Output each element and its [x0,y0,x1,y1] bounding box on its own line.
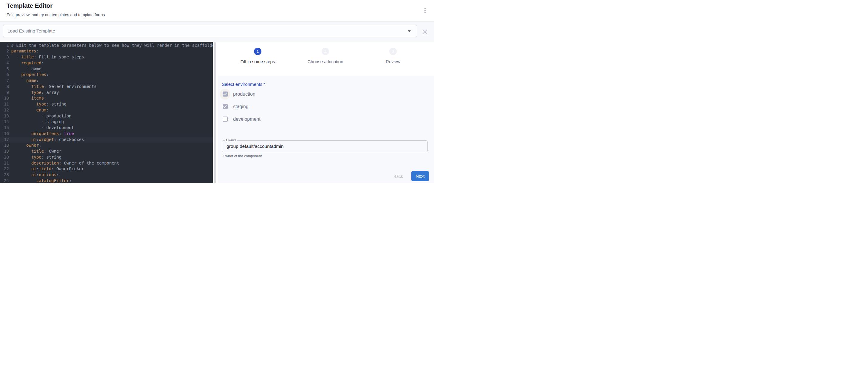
checkbox-label[interactable]: production [233,92,255,97]
checkbox-ripple [220,89,230,99]
line-number: 24 [0,178,9,183]
code-line-text: owner: [9,143,41,148]
close-icon[interactable] [420,26,430,37]
checkbox-ripple [220,114,230,125]
stepper-step: 1Fill in some steps [224,48,291,64]
checkbox-checked-icon[interactable] [223,104,228,109]
code-line-text: parameters: [9,48,39,54]
checkbox-option-development[interactable]: development [220,114,260,125]
code-line[interactable]: 14 - staging [0,119,213,125]
line-number: 4 [0,60,9,66]
code-line-text: properties: [9,72,49,78]
checkbox-ripple [220,101,230,112]
required-asterisk: * [262,82,265,87]
load-existing-template-input[interactable] [3,25,417,37]
template-editor-page: Template Editor Edit, preview, and try o… [0,0,434,183]
line-number: 15 [0,125,9,131]
code-line-text: uniqueItems: true [9,131,74,137]
code-line[interactable]: 9 type: array [0,90,213,96]
owner-field[interactable] [222,141,428,152]
template-preview-panel: 1Fill in some steps2Choose a location3Re… [217,42,434,183]
code-line[interactable]: 2parameters: [0,48,213,54]
code-line[interactable]: 13 - production [0,113,213,119]
code-line[interactable]: 5 - name [0,66,213,72]
editor-scrollbar-track [213,42,217,183]
step-label: Fill in some steps [241,59,275,64]
code-line-text: title: Select environments [9,84,97,90]
code-line-text: title: Owner [9,148,61,154]
line-number: 5 [0,66,9,72]
code-line-text: required: [9,60,44,66]
code-line[interactable]: 22 ui:field: OwnerPicker [0,166,213,172]
owner-field-floating-label: Owner [225,138,237,142]
line-number: 8 [0,84,9,90]
next-button[interactable]: Next [411,171,429,181]
checkbox-option-production[interactable]: production [220,89,260,99]
line-number: 2 [0,48,9,54]
page-subtitle: Edit, preview, and try out templates and… [6,12,104,17]
code-line[interactable]: 4 required: [0,60,213,66]
page-header: Template Editor Edit, preview, and try o… [0,0,434,22]
code-line-text: type: string [9,154,61,160]
code-editor[interactable]: 1# Edit the template parameters below to… [0,42,213,183]
stepper: 1Fill in some steps2Choose a location3Re… [224,48,427,64]
step-label: Review [386,59,400,64]
code-line-text: # Edit the template parameters below to … [9,42,213,49]
code-line[interactable]: 24 catalogFilter: [0,178,213,183]
code-line[interactable]: 10 items: [0,95,213,101]
code-line-text: type: array [9,90,59,96]
back-button[interactable]: Back [389,172,407,182]
line-number: 20 [0,154,9,160]
checkbox-label[interactable]: staging [233,104,249,110]
owner-input[interactable] [222,141,428,152]
code-line-text: ui:field: OwnerPicker [9,166,84,172]
line-number: 13 [0,113,9,119]
owner-helper-text: Owner of the component [223,154,262,158]
step-label: Choose a location [307,59,343,64]
line-number: 10 [0,95,9,101]
code-line[interactable]: 18 owner: [0,143,213,148]
checkbox-option-staging[interactable]: staging [220,101,260,112]
code-line[interactable]: 7 name: [0,78,213,84]
checkbox-unchecked-icon[interactable] [223,117,228,122]
form-step-card: Select environments * productionstagingd… [218,76,434,183]
code-line[interactable]: 6 properties: [0,72,213,78]
line-number: 9 [0,90,9,96]
page-title: Template Editor [6,2,53,9]
line-number: 23 [0,172,9,178]
code-line[interactable]: 1# Edit the template parameters below to… [0,42,213,49]
line-number: 14 [0,119,9,125]
line-number: 19 [0,148,9,154]
code-line[interactable]: 16 uniqueItems: true [0,131,213,137]
checkbox-checked-icon[interactable] [223,92,228,97]
line-number: 18 [0,143,9,148]
code-line-text: catalogFilter: [9,178,71,183]
line-number: 11 [0,101,9,107]
line-number: 16 [0,131,9,137]
code-line[interactable]: 8 title: Select environments [0,84,213,90]
environments-checkbox-group: productionstagingdevelopment [220,89,260,126]
code-line[interactable]: 11 type: string [0,101,213,107]
code-line[interactable]: 15 - development [0,125,213,131]
code-line[interactable]: 21 description: Owner of the component [0,160,213,166]
code-line[interactable]: 3 - title: Fill in some steps [0,54,213,60]
load-template-bar [0,22,434,42]
load-existing-template-select[interactable] [3,25,417,37]
kebab-menu-icon[interactable] [421,5,429,16]
code-line-text: type: string [9,101,66,107]
code-line[interactable]: 17 ui:widget: checkboxes [0,137,213,143]
code-line-text: - staging [9,119,64,125]
line-number: 21 [0,160,9,166]
line-number: 3 [0,54,9,60]
code-line-text: description: Owner of the component [9,160,119,166]
code-line[interactable]: 20 type: string [0,154,213,160]
line-number: 22 [0,166,9,172]
code-line[interactable]: 19 title: Owner [0,148,213,154]
code-line-text: - production [9,113,71,119]
checkbox-label[interactable]: development [233,117,260,122]
code-line[interactable]: 12 enum: [0,107,213,113]
line-number: 17 [0,137,9,143]
editor-scrollbar-thumb[interactable] [214,42,216,183]
code-line[interactable]: 23 ui:options: [0,172,213,178]
code-line-text: items: [9,95,46,101]
